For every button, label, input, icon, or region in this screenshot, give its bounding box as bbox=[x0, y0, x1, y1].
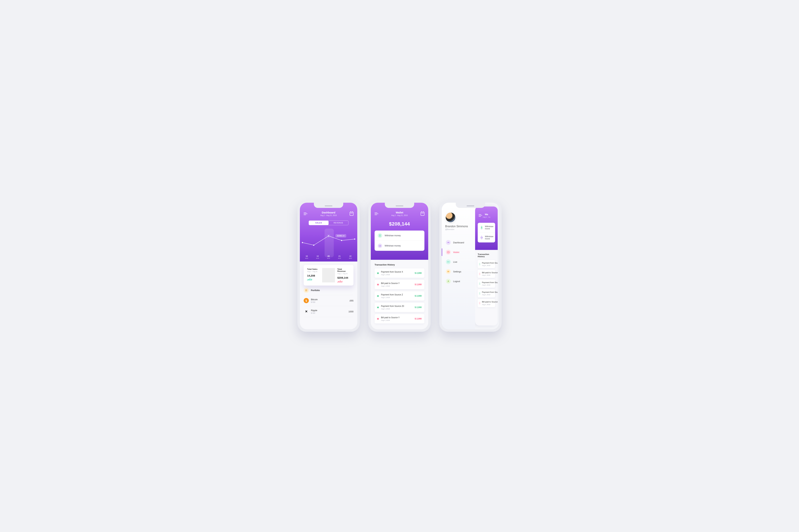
pushed-wallet-screen[interactable]: Wa Aug 1 - Au Withdraw mone bbox=[475, 207, 498, 325]
date-range: Aug 1 - Aug 31, 2018 bbox=[391, 214, 408, 216]
menu-icon[interactable] bbox=[375, 212, 378, 216]
svg-point-7 bbox=[380, 246, 380, 246]
withdraw-icon bbox=[481, 226, 483, 230]
segment-control: SALES REVENUE bbox=[309, 221, 349, 225]
status-dot-incoming-icon bbox=[377, 272, 378, 274]
menu-icon[interactable] bbox=[479, 214, 482, 217]
transaction-amount: $ 2,000 bbox=[415, 306, 422, 308]
svg-point-14 bbox=[448, 281, 449, 281]
user-handle: @Brendon bbox=[445, 228, 472, 230]
divider bbox=[322, 268, 335, 282]
wallet-icon bbox=[481, 235, 483, 240]
dashboard-hero: Dashboard Aug 1 - Aug 31, 2018 SALES REV… bbox=[300, 203, 357, 262]
screen-drawer: Brandon Simmons @Brendon Dashboard Walle… bbox=[442, 203, 499, 329]
phone-drawer: Brandon Simmons @Brendon Dashboard Walle… bbox=[439, 200, 502, 332]
status-dot-incoming-icon bbox=[377, 296, 378, 297]
transaction-row[interactable]: Payment from Source Z0Aug 4, 2018 $ 2,00… bbox=[375, 303, 424, 312]
transaction-row[interactable]: Bill paid to SourceAug 4, 2018 bbox=[478, 270, 495, 278]
ripple-icon: ✕ bbox=[304, 309, 309, 314]
notch bbox=[456, 203, 485, 208]
transaction-row[interactable]: Bill paid to Source YAug 4, 2018 $ 2,000 bbox=[375, 280, 424, 289]
chart-day[interactable]: 22AUG bbox=[349, 255, 352, 259]
portfolio-icon bbox=[304, 288, 309, 293]
calendar-icon[interactable] bbox=[350, 212, 353, 216]
svg-point-4 bbox=[341, 240, 342, 241]
date-range: Aug 1 - Au bbox=[483, 216, 490, 218]
avatar[interactable] bbox=[445, 212, 456, 223]
sales-chart[interactable]: $2080.14 18AUG 19AUG 20AUG 21AUG 22AUG bbox=[300, 227, 357, 262]
wallet-body: Transaction History Payment from SourAug… bbox=[475, 250, 498, 310]
chart-day[interactable]: 20AUG bbox=[327, 255, 330, 259]
transaction-amount: $ 2,000 bbox=[415, 283, 422, 286]
date-range: Aug 1 - Aug 31, 2018 bbox=[320, 214, 337, 216]
nav-live[interactable]: Live bbox=[445, 257, 472, 267]
screen-dashboard: Dashboard Aug 1 - Aug 31, 2018 SALES REV… bbox=[300, 203, 357, 329]
wallet-icon bbox=[378, 244, 382, 248]
holding-row-xrp[interactable]: ✕ Ripple $ 322 1000 bbox=[304, 306, 353, 317]
transaction-row[interactable]: Payment from Source XAug 4, 2018 $ 2,000 bbox=[375, 268, 424, 278]
wallet-hero: Wa Aug 1 - Au Withdraw mone bbox=[475, 207, 498, 250]
summary-revenue[interactable]: Total Revenue Aug 1 - Aug 31 $208,144 bbox=[337, 268, 350, 282]
transaction-history-title: Transaction History bbox=[478, 253, 495, 258]
wallet-body: Transaction History Payment from Source … bbox=[371, 260, 428, 326]
wallet-actions-card: Withdraw money Withdraw money bbox=[375, 231, 424, 251]
transaction-amount: $ 2,000 bbox=[415, 272, 422, 274]
phone-wallet: Wallet Aug 1 - Aug 31, 2018 $208,144 Wit… bbox=[368, 200, 431, 332]
spark-bars-icon bbox=[307, 277, 312, 280]
chart-day[interactable]: 19AUG bbox=[316, 255, 319, 259]
wallet-action-button[interactable]: Withdraw mone bbox=[478, 232, 495, 242]
wallet-actions-card: Withdraw mone Withdraw mone bbox=[478, 223, 495, 243]
nav-logout[interactable]: Logout bbox=[445, 277, 472, 286]
withdraw-button[interactable]: Withdraw mone bbox=[478, 223, 495, 232]
nav-wallet[interactable]: Wallet bbox=[445, 247, 472, 257]
chart-day[interactable]: 18AUG bbox=[305, 255, 308, 259]
wallet-action-button[interactable]: Withdraw money bbox=[375, 241, 424, 251]
gauge-icon bbox=[446, 240, 451, 245]
wallet-hero: Wallet Aug 1 - Aug 31, 2018 $208,144 Wit… bbox=[371, 203, 428, 260]
transaction-amount: $ 2,000 bbox=[415, 318, 422, 320]
chart-tooltip: $2080.14 bbox=[335, 234, 346, 238]
calendar-icon[interactable] bbox=[421, 212, 424, 216]
drawer-nav: Dashboard Wallet Live bbox=[445, 238, 472, 286]
svg-point-12 bbox=[448, 271, 449, 272]
holding-row-btc[interactable]: ₿ Bitcoin $ 550 .055 bbox=[304, 295, 353, 306]
svg-point-13 bbox=[448, 272, 448, 272]
menu-icon[interactable] bbox=[304, 212, 308, 216]
broadcast-icon bbox=[446, 260, 451, 264]
notch bbox=[314, 203, 343, 208]
summary-sales[interactable]: Total Sales Aug 1 - Aug 31 14,208 bbox=[307, 268, 320, 282]
transaction-row[interactable]: Payment from SourAug 4, 2018 bbox=[478, 260, 495, 268]
holding-qty: .055 bbox=[349, 299, 353, 302]
status-dot-outgoing-icon bbox=[377, 318, 378, 320]
chart-day[interactable]: 21AUG bbox=[338, 255, 341, 259]
wallet-balance: $208,144 bbox=[371, 221, 428, 227]
tab-sales[interactable]: SALES bbox=[309, 221, 329, 225]
svg-point-10 bbox=[448, 262, 448, 262]
transaction-row[interactable]: Bill paid to Source YAug 4, 2018 $ 2,000 bbox=[375, 314, 424, 323]
portfolio-heading[interactable]: Portfolio bbox=[304, 286, 353, 295]
tab-revenue[interactable]: REVENUE bbox=[329, 221, 348, 225]
screen-wallet: Wallet Aug 1 - Aug 31, 2018 $208,144 Wit… bbox=[371, 203, 428, 329]
transaction-row[interactable]: Payment from SourAug 4, 2018 bbox=[478, 280, 495, 288]
withdraw-button[interactable]: Withdraw money bbox=[375, 231, 424, 241]
nav-settings[interactable]: Settings bbox=[445, 267, 472, 277]
page-title: Wa bbox=[483, 213, 490, 216]
svg-point-5 bbox=[354, 239, 355, 240]
spark-bars-icon bbox=[337, 279, 342, 282]
page-title: Wallet bbox=[391, 211, 408, 214]
logout-icon bbox=[446, 279, 451, 284]
svg-point-3 bbox=[328, 235, 329, 237]
status-dot-incoming-icon bbox=[377, 307, 378, 308]
total-revenue-value: $208,144 bbox=[337, 276, 348, 279]
transaction-row[interactable]: Payment from Source ZAug 4, 2018 $ 2,000 bbox=[375, 291, 424, 301]
bitcoin-icon: ₿ bbox=[303, 298, 309, 304]
transaction-row[interactable]: Payment from SourAug 4, 2018 bbox=[478, 289, 495, 297]
status-dot-outgoing-icon bbox=[377, 284, 378, 285]
summary-card: Total Sales Aug 1 - Aug 31 14,208 Total … bbox=[304, 265, 353, 286]
transaction-row[interactable]: Bill paid to SourceAug 4, 2018 bbox=[478, 299, 495, 307]
sliders-icon bbox=[446, 269, 451, 274]
holding-qty: 1000 bbox=[349, 310, 353, 313]
wallet-icon bbox=[446, 250, 451, 254]
svg-point-0 bbox=[302, 242, 303, 243]
nav-dashboard[interactable]: Dashboard bbox=[445, 238, 472, 247]
